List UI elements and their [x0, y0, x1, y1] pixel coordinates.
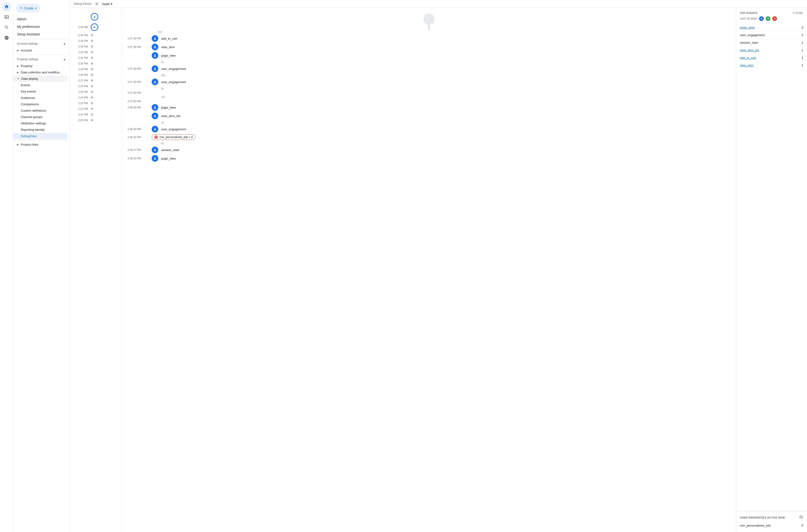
debug-device-label: Debug Device	[74, 2, 91, 5]
event-row-view-item-1[interactable]: 2:37:38 PM view_item	[122, 43, 736, 51]
event-row-view-item-list[interactable]: view_item_list	[122, 112, 736, 120]
debug-count-badge: 1	[94, 2, 99, 6]
timeline-item-224: 2:24 PM	[70, 95, 122, 100]
timeline-item-226: 2:26 PM	[70, 83, 122, 89]
timeline-item-227: 2:27 PM	[70, 78, 122, 83]
non-personalized-ads-pill[interactable]: non_personalized_ads = 0	[152, 134, 195, 140]
timeline-dot-228	[91, 74, 93, 76]
reports-nav-icon[interactable]	[2, 12, 11, 22]
event-list-row-user-engagement[interactable]: user_engagement 2	[740, 32, 803, 39]
event-list-name-add-to-cart[interactable]: add_to_cart	[740, 56, 756, 59]
timeline-item-5: 2:36 PM 5	[70, 22, 122, 32]
device-select-button[interactable]: Apple ▾	[102, 2, 112, 6]
event-time-user-eng-2: 2:37:35 PM	[128, 80, 149, 83]
event-gap-2s-1: 2s	[122, 60, 736, 64]
event-list-row-view-item-list[interactable]: view_item_list 1	[740, 46, 803, 54]
device-name-label: Apple	[102, 2, 110, 6]
timeline-item-232: 2:32 PM	[70, 49, 122, 55]
event-icon-add-to-cart	[152, 35, 158, 42]
data-collection-label: Data collection and modifica...	[21, 71, 62, 74]
center-circle	[423, 14, 435, 25]
event-list-row-add-to-cart[interactable]: add_to_cart 1	[740, 54, 803, 62]
product-links-label: Product links	[21, 143, 38, 146]
event-time-non-personalized: 2:36:25 PM	[128, 136, 149, 138]
event-name-add-to-cart: add_to_cart	[161, 37, 178, 40]
timeline-dot-226	[91, 85, 93, 87]
user-props-header: USER PROPERTIES ACTIVE NOW	[740, 515, 803, 520]
sidebar-divider-3	[13, 140, 70, 140]
sidebar-item-custom-definitions[interactable]: Custom definitions	[13, 108, 68, 114]
event-list-row-session-start[interactable]: session_start 1	[740, 39, 803, 46]
event-row-session-start[interactable]: 2:36:17 PM session_start	[122, 146, 736, 154]
event-row-user-engagement-2[interactable]: 2:37:35 PM user_engagement	[122, 78, 736, 86]
timeline-time-236pm: 2:36 PM	[74, 26, 88, 28]
account-settings-header[interactable]: Account settings ▲	[13, 40, 70, 47]
sidebar-item-attribution-settings[interactable]: Attribution settings	[13, 120, 68, 127]
event-row-user-engagement-3[interactable]: 2:36:26 PM user_engagement	[122, 125, 736, 133]
user-props-history-icon[interactable]	[799, 515, 803, 520]
event-row-page-view-1[interactable]: page_view	[122, 51, 736, 60]
timeline-dot-233	[91, 45, 93, 48]
timeline-badge-4[interactable]: 4	[91, 13, 98, 21]
events-column: 16s 2:37:39 PM add_to_cart 2:37:38 PM vi…	[122, 8, 736, 532]
top-events-title: TOP EVENTS	[740, 12, 757, 14]
explore-nav-icon[interactable]	[2, 23, 11, 32]
event-time-label-237-09: 2:37:09 PM	[122, 91, 736, 95]
event-row-user-engagement-1[interactable]: 2:37:36 PM user_engagement	[122, 64, 736, 73]
create-button[interactable]: + Create ▾	[16, 4, 40, 13]
timeline-item-231: 2:31 PM	[70, 55, 122, 61]
sidebar-item-setup-assistant[interactable]: Setup Assistant	[13, 31, 68, 38]
event-time-user-eng-3: 2:36:26 PM	[128, 128, 149, 131]
sidebar-item-comparisons[interactable]: Comparisons	[13, 101, 68, 108]
timeline-item-235: 2:35 PM	[70, 32, 122, 38]
timeline-dot-225	[91, 91, 93, 93]
sidebar-item-key-events[interactable]: Key events	[13, 88, 68, 95]
non-personalized-ads-label: non_personalized_ads = 0	[160, 135, 193, 139]
sidebar-item-reporting-identity[interactable]: Reporting identity	[13, 127, 68, 133]
event-list-name-page-view[interactable]: page_view	[740, 26, 755, 29]
sidebar-item-account[interactable]: Account	[13, 47, 68, 54]
timeline-column: 4 2:36 PM 5 2:35 PM 2:34 PM 2:33 PM	[70, 8, 122, 532]
account-expand-arrow	[17, 49, 19, 52]
event-icon-view-item-1	[152, 44, 158, 50]
property-settings-header[interactable]: Property settings ▲	[13, 56, 70, 63]
sidebar-item-my-preferences[interactable]: My preferences	[13, 23, 68, 31]
event-gap-26s: 26s	[122, 73, 736, 78]
icon-bar	[0, 0, 13, 532]
event-row-page-view-2[interactable]: 2:36:29 PM page_view	[122, 103, 736, 112]
sidebar-item-data-collection[interactable]: Data collection and modifica...	[13, 69, 68, 76]
timeline-item-223: 2:23 PM	[70, 100, 122, 106]
top-events-header: TOP EVENTS 9 TOTAL	[740, 12, 803, 14]
timeline-badge-5[interactable]: 5	[91, 23, 98, 31]
sidebar-item-audiences[interactable]: Audiences	[13, 95, 68, 101]
blue-count-value: 9	[761, 17, 762, 20]
event-list-row-page-view[interactable]: page_view 3	[740, 24, 803, 32]
sidebar-item-debugview[interactable]: DebugView	[13, 133, 68, 139]
event-row-page-view-3[interactable]: 2:36:16 PM page_view	[122, 154, 736, 163]
event-icon-page-view-2	[152, 104, 158, 111]
sidebar-item-data-display[interactable]: Data display	[13, 76, 68, 82]
event-list-row-view-item[interactable]: view_item 1	[740, 62, 803, 69]
data-display-expand-arrow	[17, 77, 19, 80]
event-name-user-eng-2: user_engagement	[161, 80, 186, 84]
event-time-page-view-3: 2:36:16 PM	[128, 157, 149, 160]
debug-nav-icon[interactable]	[2, 33, 11, 42]
home-nav-icon[interactable]	[2, 2, 11, 11]
event-name-view-item-1: view_item	[161, 45, 175, 49]
event-list-count-page-view: 3	[802, 26, 803, 29]
event-list-name-view-item-list[interactable]: view_item_list	[740, 49, 759, 52]
data-collection-expand-arrow	[17, 71, 19, 74]
sidebar-item-channel-groups[interactable]: Channel groups	[13, 114, 68, 120]
event-row-add-to-cart[interactable]: 2:37:39 PM add_to_cart	[122, 34, 736, 43]
event-list-count-add-to-cart: 1	[802, 56, 803, 59]
sidebar-item-property[interactable]: Property	[13, 63, 68, 69]
sidebar-item-product-links[interactable]: Product links	[13, 141, 68, 148]
sidebar-item-admin[interactable]: Admin	[13, 15, 68, 23]
sidebar-item-events[interactable]: Events	[13, 82, 68, 88]
timeline-dot-220	[91, 119, 93, 121]
event-list-name-view-item[interactable]: view_item	[740, 63, 754, 67]
event-row-non-personalized[interactable]: 2:36:25 PM non_personalized_ads = 0	[122, 133, 736, 141]
last-30-row: LAST 30 MINS 9 0 0	[740, 16, 803, 21]
timeline-dot-232	[91, 51, 93, 53]
event-gap-16s: 16s	[122, 30, 736, 34]
